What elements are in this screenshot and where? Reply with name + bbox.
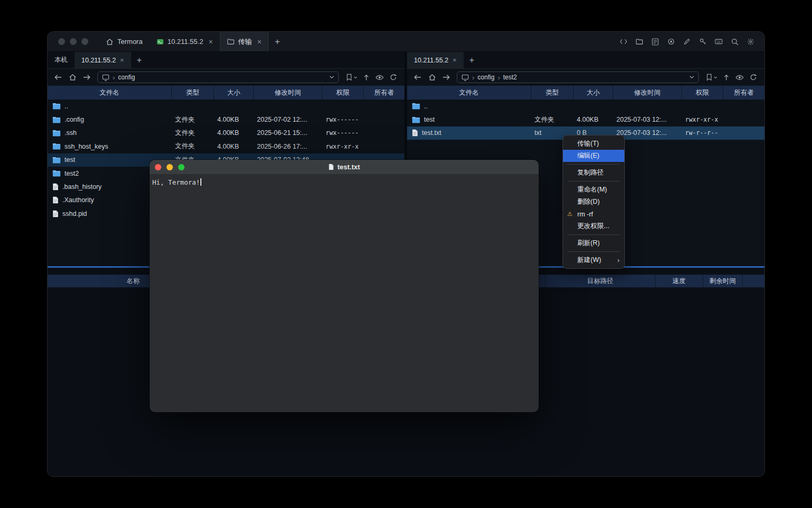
new-tab-button[interactable]: + — [464, 52, 480, 68]
menu-item-重命名(M)[interactable]: 重命名(M) — [563, 184, 624, 196]
forward-button[interactable] — [80, 71, 93, 83]
parent-directory-button[interactable] — [723, 74, 730, 81]
panel-tab-10.211.55.2[interactable]: 10.211.55.2× — [407, 52, 464, 68]
bookmark-button[interactable] — [706, 74, 717, 81]
column-header-owner[interactable]: 所有者 — [723, 86, 764, 99]
bookmark-icon — [706, 74, 712, 81]
file-name-cell: .config — [48, 116, 172, 123]
tab-label: 10.211.55.2 — [168, 38, 204, 46]
forward-button[interactable] — [440, 71, 453, 83]
home-button[interactable] — [426, 71, 438, 83]
menu-item-删除(D)[interactable]: 删除(D) — [563, 196, 624, 208]
breadcrumb-segment[interactable]: config — [477, 74, 494, 81]
file-row-..[interactable]: .. — [48, 99, 404, 113]
show-hidden-button[interactable] — [735, 75, 744, 80]
forward-arrow-icon — [442, 74, 450, 80]
tab-close-icon[interactable]: × — [453, 57, 457, 64]
menu-item-更改权限...[interactable]: 更改权限... — [563, 220, 624, 232]
file-permissions-cell: rwx------ — [322, 129, 364, 137]
new-tab-button[interactable]: + — [131, 52, 147, 68]
breadcrumb-dropdown-icon[interactable] — [329, 76, 334, 79]
column-header-owner[interactable]: 所有者 — [364, 86, 404, 99]
column-header-modified[interactable]: 修改时间 — [254, 86, 322, 99]
home-button[interactable] — [66, 71, 79, 83]
path-breadcrumb[interactable]: ›config — [97, 71, 339, 83]
menu-item-label: 传输(T) — [577, 139, 599, 148]
breadcrumb-dropdown-icon[interactable] — [689, 76, 694, 79]
back-arrow-icon — [54, 74, 62, 80]
close-window-button[interactable] — [155, 164, 161, 170]
column-header-type[interactable]: 类型 — [172, 86, 214, 99]
menu-item-传输(T)[interactable]: 传输(T) — [563, 138, 624, 150]
column-header-size[interactable]: 大小 — [574, 86, 613, 99]
column-header-permissions[interactable]: 权限 — [322, 86, 364, 99]
column-header-destination[interactable]: 目标路径 — [546, 275, 656, 287]
panel-tab-本机[interactable]: 本机 — [48, 52, 75, 68]
keyboard-button[interactable] — [714, 37, 723, 46]
file-type-cell: 文件夹 — [172, 115, 214, 124]
new-window-tab-button[interactable]: + — [269, 32, 287, 51]
breadcrumb-separator: › — [113, 74, 115, 81]
minimize-window-button[interactable] — [70, 38, 77, 45]
titlebar-tab-传输[interactable]: 传输× — [220, 32, 269, 51]
tab-close-icon[interactable]: × — [208, 38, 213, 46]
titlebar-tab-Termora[interactable]: Termora — [99, 32, 150, 51]
tab-close-icon[interactable]: × — [120, 57, 124, 64]
column-header-filename[interactable]: 文件名 — [48, 86, 172, 99]
record-button[interactable] — [667, 37, 676, 46]
bookmark-button[interactable] — [346, 74, 357, 81]
column-header-filename[interactable]: 文件名 — [407, 86, 531, 99]
file-row-.config[interactable]: .config文件夹4.00KB2025-07-02 12:...rwx----… — [48, 113, 404, 126]
menu-item-新建(W)[interactable]: 新建(W)› — [563, 254, 624, 266]
tab-close-icon[interactable]: × — [257, 38, 262, 46]
zoom-window-button[interactable] — [81, 38, 88, 45]
code-button[interactable] — [619, 37, 628, 46]
refresh-button[interactable] — [750, 74, 757, 81]
menu-separator — [567, 234, 620, 235]
search-button[interactable] — [730, 37, 739, 46]
record-icon — [668, 38, 675, 45]
key-button[interactable] — [698, 37, 707, 46]
close-window-button[interactable] — [58, 38, 65, 45]
column-header-remaining-time[interactable]: 剩余时间 — [703, 275, 743, 287]
breadcrumb-separator: › — [497, 74, 500, 81]
file-icon — [52, 196, 59, 204]
file-row-.ssh[interactable]: .ssh文件夹4.00KB2025-06-21 15:...rwx------ — [48, 126, 404, 140]
menu-item-复制路径[interactable]: 复制路径 — [563, 167, 624, 179]
breadcrumb-segment[interactable]: config — [118, 74, 135, 81]
menu-item-rm -rf[interactable]: ⚠rm -rf — [563, 208, 624, 220]
column-header-speed[interactable]: 速度 — [656, 275, 703, 287]
log-button[interactable] — [651, 37, 660, 46]
refresh-button[interactable] — [390, 74, 397, 81]
path-breadcrumb[interactable]: ›config›test2 — [457, 71, 699, 83]
editor-title: test.txt — [150, 160, 539, 174]
file-name: ssh_host_keys — [64, 143, 108, 150]
menu-item-刷新(R)[interactable]: 刷新(R) — [563, 237, 624, 249]
show-hidden-button[interactable] — [375, 75, 384, 80]
pencil-button[interactable] — [682, 37, 691, 46]
panel-tab-10.211.55.2[interactable]: 10.211.55.2× — [75, 52, 131, 68]
back-button[interactable] — [411, 71, 424, 83]
back-button[interactable] — [52, 71, 64, 83]
parent-directory-button[interactable] — [363, 74, 370, 81]
zoom-window-button[interactable] — [178, 164, 184, 170]
menu-item-label: 删除(D) — [577, 197, 599, 206]
folder-outline-button[interactable] — [635, 37, 644, 46]
column-header-type[interactable]: 类型 — [531, 86, 574, 99]
column-header-size[interactable]: 大小 — [214, 86, 254, 99]
file-row-..[interactable]: .. — [407, 99, 764, 113]
pencil-icon — [684, 38, 690, 45]
folder-icon — [52, 143, 61, 150]
gear-button[interactable] — [746, 37, 755, 46]
column-header-permissions[interactable]: 权限 — [682, 86, 723, 99]
file-size-cell: 4.00KB — [214, 116, 254, 123]
editor-titlebar[interactable]: test.txt — [150, 160, 539, 175]
editor-content[interactable]: Hi, Termora! — [150, 175, 539, 412]
column-header-modified[interactable]: 修改时间 — [613, 86, 682, 99]
file-row-test[interactable]: test文件夹4.00KB2025-07-03 12:...rwxr-xr-x — [407, 113, 764, 126]
titlebar-tab-10.211.55.2[interactable]: 10.211.55.2× — [150, 32, 220, 51]
menu-item-编辑(E)[interactable]: 编辑(E) — [563, 150, 624, 162]
file-row-ssh_host_keys[interactable]: ssh_host_keys文件夹4.00KB2025-06-26 17:...r… — [48, 140, 404, 153]
breadcrumb-segment[interactable]: test2 — [503, 74, 517, 81]
minimize-window-button[interactable] — [167, 164, 173, 170]
